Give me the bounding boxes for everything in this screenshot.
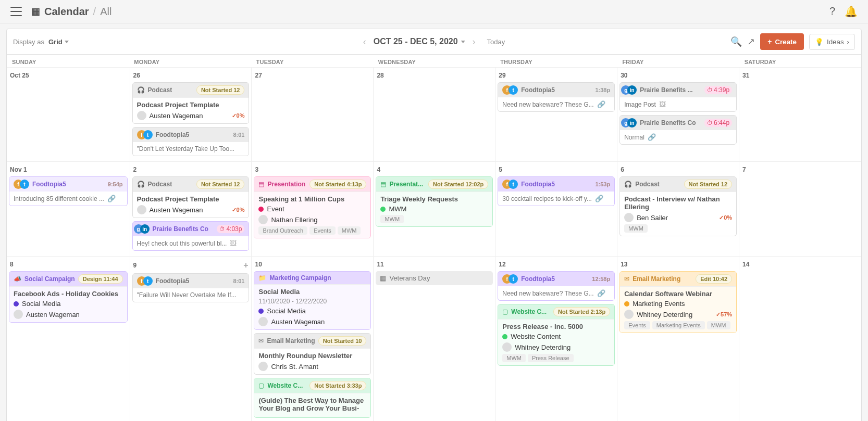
breadcrumb-sep: / — [93, 6, 96, 18]
event-card[interactable]: ginPrairie Benefits Co4:03p Hey! check o… — [132, 221, 250, 251]
event-card[interactable]: ftFoodtopia51:38p Need new bakeware? The… — [498, 82, 615, 112]
presentation-icon: ▤ — [258, 181, 264, 188]
event-card[interactable]: ginPrairie Benefits ...4:39p Image Post🖼 — [619, 82, 737, 112]
create-button[interactable]: +Create — [760, 33, 804, 50]
envelope-icon: ✉ — [624, 275, 629, 283]
day-cell[interactable]: 29 ftFoodtopia51:38p Need new bakeware? … — [495, 67, 617, 161]
status-badge: Not Started 12 — [196, 85, 245, 95]
window-icon: ▢ — [502, 308, 508, 315]
dow-fri: FRIDAY — [617, 55, 739, 67]
event-card[interactable]: ftFoodtopia58:01 "Don't Let Yesterday Ta… — [132, 127, 250, 156]
help-icon[interactable]: ? — [829, 5, 835, 18]
day-cell[interactable]: 10 📁Marketing Campaign Social Media 11/1… — [252, 256, 374, 421]
day-cell[interactable]: 30 ginPrairie Benefits ...4:39p Image Po… — [617, 67, 739, 161]
calendar-grid: Oct 25 26 🎧PodcastNot Started 12 Podcast… — [7, 67, 861, 421]
dow-sat: SATURDAY — [739, 55, 861, 67]
display-as-label: Display as — [13, 38, 44, 46]
next-icon[interactable]: › — [473, 36, 476, 47]
chevron-right-icon: › — [847, 38, 849, 46]
event-card[interactable]: ftFoodtopia51:53p 30 cocktail recipes to… — [498, 176, 615, 206]
image-icon: 🖼 — [659, 100, 666, 108]
day-cell[interactable]: 28 — [374, 67, 495, 161]
breadcrumb: ▦ Calendar / All — [31, 6, 111, 18]
event-card[interactable]: 🎧PodcastNot Started 12 Podcast Project T… — [132, 176, 250, 218]
event-card[interactable]: ▢Website C...Not Started 2:13p Press Rel… — [498, 304, 615, 366]
day-cell[interactable]: 5 ftFoodtopia51:53p 30 cocktail recipes … — [495, 161, 617, 256]
avatar — [14, 310, 23, 319]
calendar-icon: ▦ — [380, 274, 386, 282]
day-cell[interactable]: 31 — [739, 67, 861, 161]
podcast-icon: 🎧 — [137, 181, 145, 188]
window-icon: ▢ — [258, 382, 264, 389]
calendar-panel: Display as Grid ‹ OCT 25 - DEC 5, 2020 ›… — [6, 29, 862, 421]
envelope-icon: ✉ — [258, 337, 264, 345]
day-cell[interactable]: 11 ▦Veterans Day — [374, 256, 495, 421]
day-cell[interactable]: 4 ▤Presentat...Not Started 12:02p Triage… — [374, 161, 495, 256]
event-card[interactable]: ▤PresentationNot Started 4:13p Speaking … — [254, 176, 371, 238]
dow-thu: THURSDAY — [495, 55, 617, 67]
link-icon: 🔗 — [107, 195, 116, 202]
link-icon: 🔗 — [648, 133, 656, 141]
avatar — [624, 310, 634, 319]
dow-wed: WEDNESDAY — [373, 55, 495, 67]
event-card[interactable]: ✉Email MarketingNot Started 10 Monthly R… — [254, 333, 371, 375]
presentation-icon: ▤ — [380, 181, 386, 188]
event-card[interactable]: ✉Email MarketingEdit 10:42 Calendar Soft… — [619, 271, 737, 333]
menu-icon[interactable] — [10, 7, 22, 16]
day-cell[interactable]: 13 ✉Email MarketingEdit 10:42 Calendar S… — [617, 256, 739, 421]
bell-icon[interactable]: 🔔 — [845, 5, 858, 18]
share-icon[interactable]: ↗ — [747, 36, 755, 47]
podcast-icon: 🎧 — [137, 86, 145, 94]
chevron-down-icon — [461, 41, 465, 43]
event-card[interactable]: 🎧PodcastNot Started 12 Podcast - Intervi… — [619, 176, 737, 236]
day-cell[interactable]: 3 ▤PresentationNot Started 4:13p Speakin… — [252, 161, 374, 256]
avatar — [258, 362, 268, 371]
calendar-icon: ▦ — [31, 6, 40, 17]
ideas-button[interactable]: 💡Ideas› — [809, 34, 855, 50]
day-cell[interactable]: 2 🎧PodcastNot Started 12 Podcast Project… — [130, 161, 252, 256]
date-nav: ‹ OCT 25 - DEC 5, 2020 › Today — [363, 36, 505, 47]
event-card[interactable]: ▢Website C...Not Started 3:33p (Guide) T… — [254, 378, 371, 418]
event-card[interactable]: ftFoodtopia512:58p Need new bakeware? Th… — [498, 271, 615, 301]
search-icon[interactable]: 🔍 — [730, 36, 742, 47]
avatar — [624, 213, 634, 222]
avatar — [258, 215, 268, 224]
podcast-icon: 🎧 — [624, 181, 632, 188]
image-icon: 🖼 — [230, 239, 237, 247]
day-cell[interactable]: 7 — [739, 161, 861, 256]
day-cell[interactable]: 6 🎧PodcastNot Started 12 Podcast - Inter… — [617, 161, 739, 256]
event-card[interactable]: ftFoodtopia58:01 "Failure Will Never Ove… — [132, 273, 250, 302]
day-cell[interactable]: 9+ ftFoodtopia58:01 "Failure Will Never … — [130, 256, 252, 421]
chevron-down-icon — [65, 41, 69, 43]
day-cell[interactable]: 26 🎧PodcastNot Started 12 Podcast Projec… — [130, 67, 252, 161]
date-range-select[interactable]: OCT 25 - DEC 5, 2020 — [374, 37, 465, 46]
event-card[interactable]: ▤Presentat...Not Started 12:02p Triage W… — [376, 176, 493, 227]
link-icon: 🔗 — [597, 100, 605, 108]
event-card[interactable]: 📣Social CampaignDesign 11:44 Facebook Ad… — [9, 271, 128, 323]
event-card[interactable]: 📁Marketing Campaign Social Media 11/10/2… — [254, 271, 371, 330]
breadcrumb-section[interactable]: All — [100, 6, 111, 18]
event-card[interactable]: ginPrairie Benefits Co6:44p Normal🔗 — [619, 115, 737, 145]
breadcrumb-title[interactable]: Calendar — [44, 6, 89, 18]
dow-mon: MONDAY — [129, 55, 251, 67]
dow-sun: SUNDAY — [7, 55, 129, 67]
avatar — [502, 342, 512, 352]
link-icon: 🔗 — [597, 289, 605, 297]
day-cell[interactable]: 14 — [739, 256, 861, 421]
folder-icon: 📁 — [258, 274, 266, 282]
prev-icon[interactable]: ‹ — [363, 36, 366, 47]
event-card[interactable]: 🎧PodcastNot Started 12 Podcast Project T… — [132, 82, 250, 124]
add-event-icon[interactable]: + — [243, 261, 248, 270]
holiday-item[interactable]: ▦Veterans Day — [376, 271, 493, 285]
avatar — [137, 111, 146, 120]
day-cell[interactable]: 8 📣Social CampaignDesign 11:44 Facebook … — [7, 256, 130, 421]
event-card[interactable]: ftFoodtopia59:54p Introducing 85 differe… — [9, 176, 128, 206]
avatar — [258, 317, 268, 326]
day-cell[interactable]: 27 — [252, 67, 374, 161]
day-cell[interactable]: 12 ftFoodtopia512:58p Need new bakeware?… — [495, 256, 617, 421]
day-cell[interactable]: Oct 25 — [7, 67, 130, 161]
display-mode-select[interactable]: Grid — [48, 38, 69, 46]
day-cell[interactable]: Nov 1 ftFoodtopia59:54p Introducing 85 d… — [7, 161, 130, 256]
plus-icon: + — [767, 37, 772, 46]
today-button[interactable]: Today — [487, 38, 505, 46]
